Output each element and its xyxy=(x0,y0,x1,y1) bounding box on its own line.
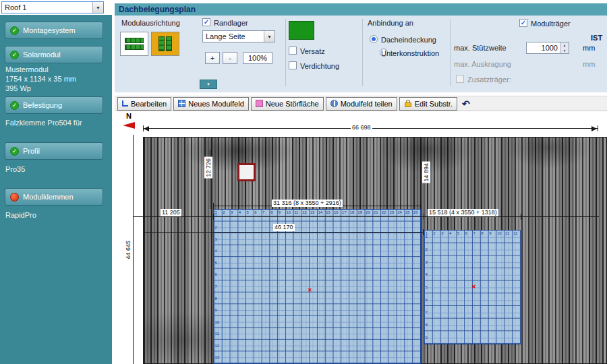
anbindung-label: Anbindung an xyxy=(368,19,413,27)
grid-column-number: 6 xyxy=(465,231,467,235)
zoom-out-button[interactable]: - xyxy=(223,52,237,64)
roof-selector[interactable]: Roof 1 ▼ xyxy=(1,1,104,13)
randlager-select[interactable]: Lange Seite ▼ xyxy=(202,30,275,42)
zoom-in-button[interactable]: + xyxy=(205,52,220,64)
dim-total-width-label: 66 698 xyxy=(351,124,372,131)
application-window: Roof 1 ▼ ✓ Montagesystem ✓ Solarmodul Mu… xyxy=(0,0,607,364)
solarmodul-power: 395 Wp xyxy=(5,84,31,92)
grid-row-number: 7 xyxy=(426,310,428,314)
dim-offset-v1-label: 12 726 xyxy=(204,157,212,179)
randlager-checkbox[interactable]: ✓ xyxy=(202,18,210,26)
chevron-down-icon[interactable]: ▼ xyxy=(92,2,103,13)
ist-label: IST xyxy=(591,34,602,42)
neue-stoerflaeche-label: Neue Störfläche xyxy=(266,100,319,108)
grid-column-number: 13 xyxy=(310,210,315,214)
grid-row-number: 2 xyxy=(215,225,217,229)
modulfeld-teilen-button[interactable]: Modulfeld teilen xyxy=(326,97,397,111)
bearbeiten-button[interactable]: Bearbeiten xyxy=(117,97,171,111)
grid-column-number: 4 xyxy=(449,231,451,235)
stoerflaeche-obstacle[interactable] xyxy=(237,163,256,181)
versatz-checkbox[interactable] xyxy=(289,47,297,55)
collapsed-dropdown[interactable]: ▼ xyxy=(200,80,217,89)
check-icon: ✓ xyxy=(10,101,19,110)
grid-column-number: 3 xyxy=(231,210,233,214)
stuetzweite-label: max. Stützweite xyxy=(454,44,507,52)
dim-tick xyxy=(423,229,424,235)
grid-column-number: 5 xyxy=(457,231,459,235)
roof-selector-value: Roof 1 xyxy=(2,3,92,11)
spinner-down-icon[interactable]: ▼ xyxy=(560,48,569,53)
zoom-level: 100% xyxy=(243,52,272,64)
stuetzweite-input[interactable]: 1000 ▲ ▼ xyxy=(526,42,569,54)
sidebar-item-label: Modulklemmen xyxy=(23,193,74,201)
sidebar-item-label: Befestigung xyxy=(23,101,62,109)
grid-row-number: 4 xyxy=(426,272,428,276)
dim-tick xyxy=(213,214,214,220)
grid-row-number: 13 xyxy=(215,355,220,359)
sidebar-item-profil[interactable]: ✓ Profil xyxy=(5,142,103,160)
grid-column-number: 23 xyxy=(389,210,394,214)
grid-column-number: 8 xyxy=(270,210,272,214)
spinner-up-icon[interactable]: ▲ xyxy=(560,42,569,48)
module-field-2[interactable]: ✕ 123456789101112123456789 xyxy=(424,230,521,344)
grid-column-number: 25 xyxy=(405,210,410,214)
grid-row-number: 9 xyxy=(215,308,217,312)
sidebar-item-montagesystem[interactable]: ✓ Montagesystem xyxy=(5,22,103,39)
separator xyxy=(362,19,363,86)
grid-column-number: 7 xyxy=(262,210,264,214)
grid-column-number: 20 xyxy=(366,210,370,214)
neue-stoerflaeche-button[interactable]: Neue Störfläche xyxy=(251,97,324,111)
stuetzweite-unit: mm xyxy=(583,44,595,52)
dim-tick xyxy=(420,203,421,209)
sidebar-item-solarmodul[interactable]: ✓ Solarmodul xyxy=(5,46,103,63)
grid-row-number: 3 xyxy=(215,237,217,241)
verdichtung-checkbox[interactable] xyxy=(289,61,297,69)
grid-row-number: 4 xyxy=(215,249,217,253)
edit-substr-button[interactable]: Edit Substr. xyxy=(399,97,457,111)
grid-column-number: 4 xyxy=(239,210,241,214)
orientation-portrait-button[interactable] xyxy=(151,32,179,56)
north-arrow-icon xyxy=(123,122,135,129)
grid-row-number: 6 xyxy=(426,298,428,302)
dim-offset-v2-label: 14 894 xyxy=(422,162,430,183)
grid-column-number: 3 xyxy=(441,231,443,235)
dacheindeckung-radio[interactable] xyxy=(370,35,378,43)
zusatztraeger-label: Zusatzträger: xyxy=(467,75,511,84)
sidebar-item-modulklemmen[interactable]: Modulklemmen xyxy=(5,188,103,206)
grid-column-number: 8 xyxy=(481,231,483,235)
solarmodul-name: Mustermodul xyxy=(5,65,49,73)
control-panel: Modulausrichtung ✓ Randlager Lange Seite… xyxy=(115,16,607,92)
check-icon: ✓ xyxy=(203,19,210,26)
separator xyxy=(285,19,286,86)
orientation-landscape-button[interactable] xyxy=(120,32,148,56)
sidebar: ✓ Montagesystem ✓ Solarmodul Mustermodul… xyxy=(0,15,112,364)
grid-column-number: 22 xyxy=(382,210,386,214)
unterkonstruktion-label: Unterkonstruktion xyxy=(381,49,439,57)
field2-center-mark: ✕ xyxy=(471,284,476,290)
plan-toolbar: Bearbeiten Neues Modulfeld Neue Störfläc… xyxy=(115,96,607,111)
grid-row-number: 1 xyxy=(426,235,428,239)
undo-icon[interactable]: ↶ xyxy=(462,98,470,109)
dim-tick xyxy=(213,203,214,209)
grid-column-number: 19 xyxy=(357,210,362,214)
zusatztraeger-checkbox[interactable] xyxy=(456,75,464,83)
grid-row-number: 2 xyxy=(426,247,428,251)
chevron-down-icon[interactable]: ▼ xyxy=(264,31,274,42)
grid-row-number: 9 xyxy=(426,336,428,340)
sidebar-item-befestigung[interactable]: ✓ Befestigung xyxy=(5,96,103,114)
stuetzweite-value[interactable]: 1000 xyxy=(527,42,560,53)
grid-column-number: 9 xyxy=(489,231,491,235)
dim-tick xyxy=(521,214,521,220)
panel-title: Dachbelegungsplan xyxy=(115,3,607,16)
versatz-label: Versatz xyxy=(300,47,325,55)
grid-row-number: 12 xyxy=(215,344,220,348)
check-icon: ✓ xyxy=(10,26,19,35)
grid-column-number: 26 xyxy=(413,210,418,214)
grid-row-number: 8 xyxy=(215,297,217,301)
modultraeger-checkbox[interactable]: ✓ xyxy=(519,19,527,27)
grid-column-number: 5 xyxy=(247,210,249,214)
grid-row-number: 8 xyxy=(426,323,428,327)
spinner-buttons[interactable]: ▲ ▼ xyxy=(560,42,569,53)
neues-modulfeld-button[interactable]: Neues Modulfeld xyxy=(173,97,249,111)
module-color-swatch[interactable] xyxy=(289,21,314,40)
